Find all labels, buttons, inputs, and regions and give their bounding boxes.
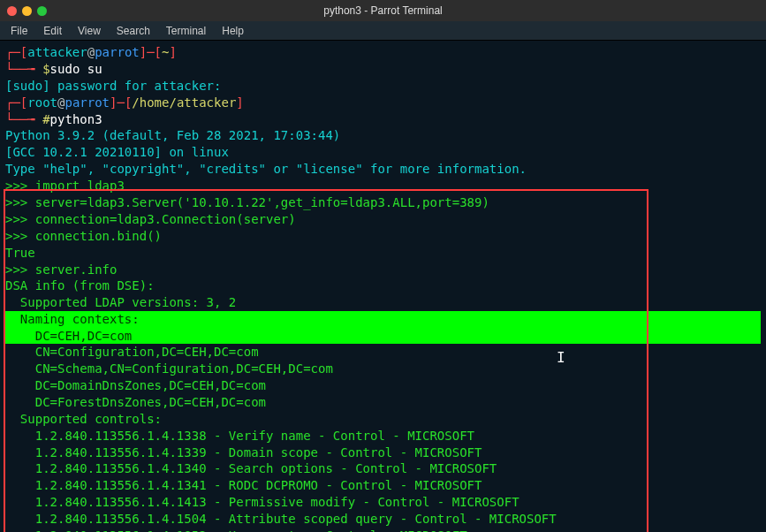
control-7: 1.2.840.113556.1.4.1852 - User quota - C… [5, 528, 761, 532]
control-4: 1.2.840.113556.1.4.1341 - RODC DCPROMO -… [5, 477, 761, 494]
maximize-icon[interactable] [37, 6, 47, 16]
bracket-open: ┌─[ [5, 95, 27, 110]
control-5: 1.2.840.113556.1.4.1413 - Permissive mod… [5, 494, 761, 511]
control-6: 1.2.840.113556.1.4.1504 - Attribute scop… [5, 511, 761, 528]
bracket-close: ] [236, 95, 243, 110]
control-1: 1.2.840.113556.1.4.1338 - Verify name - … [5, 428, 761, 445]
dsa-header: DSA info (from DSE): [5, 277, 761, 294]
naming-context-4: DC=DomainDnsZones,DC=CEH,DC=com [5, 377, 761, 394]
command-sudo: sudo su [50, 62, 102, 76]
naming-contexts-label: Naming contexts: [5, 311, 761, 328]
python-banner-2: [GCC 10.2.1 20210110] on linux [5, 144, 761, 161]
repl-true: True [5, 245, 761, 262]
python-banner-3: Type "help", "copyright", "credits" or "… [5, 161, 761, 178]
prompt-symbol: # [42, 112, 49, 126]
repl-import: >>> import ldap3 [5, 178, 761, 194]
menu-view[interactable]: View [78, 25, 101, 37]
repl-connection: >>> connection=ldap3.Connection(server) [5, 211, 761, 228]
highlight-selection: Naming contexts: DC=CEH,DC=com [5, 311, 761, 344]
supported-controls-label: Supported controls: [5, 411, 761, 428]
menu-edit[interactable]: Edit [43, 25, 62, 37]
bracket-close: ] [169, 45, 176, 59]
dsa-ldapver: Supported LDAP versions: 3, 2 [5, 294, 761, 311]
bracket-mid: ]─[ [140, 45, 162, 59]
prompt-host: parrot [95, 45, 140, 59]
control-2: 1.2.840.113556.1.4.1339 - Domain scope -… [5, 445, 761, 461]
at-sign: @ [87, 45, 95, 59]
window-title: python3 - Parrot Terminal [323, 4, 443, 17]
repl-bind: >>> connection.bind() [5, 228, 761, 245]
prompt-continue: └──╼ $sudo su [5, 61, 761, 78]
naming-context-5: DC=ForestDnsZones,DC=CEH,DC=com [5, 394, 761, 411]
menu-help[interactable]: Help [222, 25, 244, 37]
naming-context-1: DC=CEH,DC=com [5, 328, 761, 345]
bracket-mid: ]─[ [110, 95, 132, 110]
repl-server: >>> server=ldap3.Server('10.10.1.22',get… [5, 194, 761, 211]
prompt-symbol: $ [42, 62, 49, 76]
prompt-line: ┌─[attacker@parrot]─[~] [5, 44, 761, 61]
prompt-path: /home/attacker [132, 95, 236, 110]
sudo-password-line: [sudo] password for attacker: [5, 78, 761, 95]
terminal-body[interactable]: ┌─[attacker@parrot]─[~] └──╼ $sudo su [s… [0, 41, 766, 532]
command-python3: python3 [50, 112, 102, 126]
prompt-prefix: └──╼ [5, 112, 42, 126]
prompt-user: root [27, 95, 57, 110]
menu-file[interactable]: File [11, 25, 27, 37]
control-3: 1.2.840.113556.1.4.1340 - Search options… [5, 460, 761, 477]
window-controls [7, 6, 47, 16]
python-banner-1: Python 3.9.2 (default, Feb 28 2021, 17:0… [5, 127, 761, 144]
naming-context-2: CN=Configuration,DC=CEH,DC=com [5, 344, 761, 361]
minimize-icon[interactable] [22, 6, 32, 16]
prompt-line-root: ┌─[root@parrot]─[/home/attacker] [5, 95, 761, 111]
prompt-prefix: └──╼ [5, 62, 42, 76]
repl-serverinfo: >>> server.info [5, 262, 761, 278]
prompt-user: attacker [27, 45, 87, 59]
menubar: File Edit View Search Terminal Help [0, 21, 766, 41]
close-icon[interactable] [7, 6, 17, 16]
bracket-open: ┌─[ [5, 45, 27, 59]
menu-search[interactable]: Search [117, 25, 150, 37]
menu-terminal[interactable]: Terminal [166, 25, 206, 37]
prompt-host: parrot [64, 95, 110, 110]
naming-context-3: CN=Schema,CN=Configuration,DC=CEH,DC=com [5, 361, 761, 377]
titlebar: python3 - Parrot Terminal [0, 0, 766, 21]
text-cursor-icon: I [557, 348, 565, 368]
prompt-continue-root: └──╼ #python3 [5, 111, 761, 128]
